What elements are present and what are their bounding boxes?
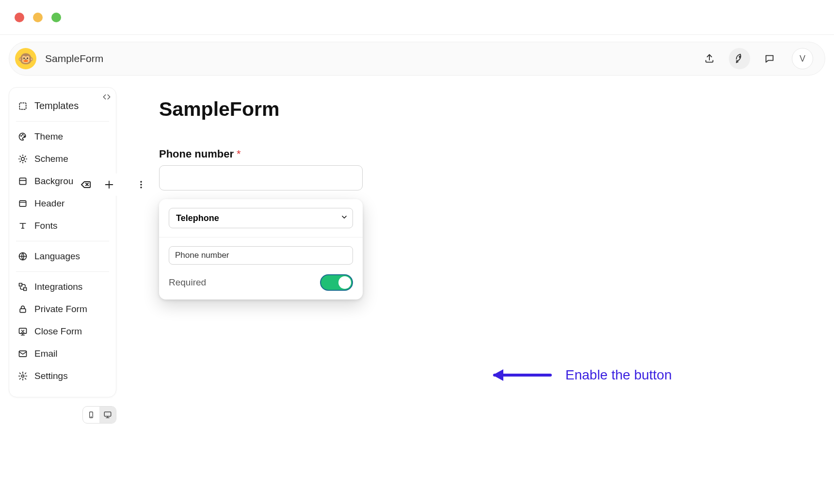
header-icon — [18, 199, 28, 208]
palette-icon — [18, 132, 28, 142]
device-mobile-button[interactable] — [83, 407, 99, 423]
divider — [16, 121, 109, 122]
field-settings-popover: Telephone Required — [159, 199, 363, 299]
svg-point-5 — [21, 158, 25, 161]
delete-field-button[interactable] — [78, 176, 94, 193]
svg-point-0 — [739, 56, 741, 58]
field-name-input[interactable] — [169, 246, 353, 265]
app-header: 🐵 SampleForm V — [9, 42, 825, 76]
field-type-select[interactable]: Telephone — [169, 208, 353, 228]
device-desktop-button[interactable] — [99, 407, 116, 423]
sidebar: Templates Theme Scheme Background Header — [9, 87, 116, 397]
sidebar-item-integrations[interactable]: Integrations — [9, 276, 116, 298]
sidebar-item-theme[interactable]: Theme — [9, 126, 116, 148]
sidebar-item-templates[interactable]: Templates — [9, 94, 116, 117]
sidebar-item-close-form[interactable]: Close Form — [9, 320, 116, 343]
toggle-knob — [338, 276, 351, 289]
sidebar-item-label: Settings — [34, 371, 68, 381]
code-toggle-button[interactable] — [102, 93, 111, 103]
annotation-text: Enable the button — [565, 367, 672, 383]
arrow-left-icon — [490, 368, 553, 382]
required-label: Required — [169, 277, 206, 288]
form-name-label[interactable]: SampleForm — [45, 53, 103, 64]
desktop-icon — [103, 410, 112, 419]
globe-icon — [18, 252, 28, 261]
templates-icon — [18, 101, 28, 111]
gear-icon — [18, 371, 28, 381]
window-titlebar — [0, 0, 834, 35]
svg-rect-10 — [24, 288, 27, 291]
svg-point-4 — [24, 136, 25, 137]
sidebar-item-label: Languages — [34, 251, 80, 262]
sidebar-item-scheme[interactable]: Scheme — [9, 148, 116, 170]
svg-rect-11 — [20, 309, 26, 313]
field-label-text: Phone number — [159, 148, 234, 160]
field-more-button[interactable] — [133, 176, 149, 193]
more-vertical-icon — [136, 180, 146, 189]
required-toggle[interactable] — [320, 274, 353, 291]
type-icon — [18, 221, 28, 231]
svg-rect-16 — [104, 412, 111, 416]
phone-number-input[interactable] — [159, 165, 363, 190]
code-icon — [102, 93, 111, 101]
publish-button[interactable] — [729, 48, 750, 69]
svg-rect-9 — [19, 284, 22, 286]
sidebar-item-label: Private Form — [34, 304, 87, 315]
svg-point-19 — [141, 184, 142, 186]
window-minimize-dot[interactable] — [33, 13, 43, 22]
sidebar-item-private-form[interactable]: Private Form — [9, 298, 116, 320]
sidebar-item-label: Integrations — [34, 282, 82, 292]
share-button[interactable] — [699, 48, 720, 69]
sidebar-item-label: Templates — [34, 100, 79, 111]
divider — [16, 271, 109, 272]
background-icon — [18, 176, 28, 186]
lock-icon — [18, 304, 28, 314]
comments-button[interactable] — [759, 48, 780, 69]
integrations-icon — [18, 282, 28, 292]
sidebar-item-fonts[interactable]: Fonts — [9, 215, 116, 237]
field-label: Phone number * — [159, 148, 825, 160]
window-maximize-dot[interactable] — [51, 13, 61, 22]
svg-point-3 — [22, 134, 23, 135]
svg-rect-7 — [19, 201, 26, 206]
sidebar-item-label: Header — [34, 198, 64, 209]
window-close-dot[interactable] — [15, 13, 24, 22]
sun-icon — [18, 154, 28, 164]
plus-icon — [104, 179, 114, 190]
mobile-icon — [87, 411, 95, 419]
upload-icon — [704, 53, 715, 64]
svg-point-2 — [21, 136, 22, 137]
sidebar-item-email[interactable]: Email — [9, 343, 116, 365]
page-title: SampleForm — [159, 98, 825, 121]
required-asterisk: * — [237, 148, 241, 160]
svg-rect-12 — [19, 328, 27, 333]
sidebar-item-label: Close Form — [34, 326, 82, 337]
svg-point-14 — [22, 375, 24, 378]
svg-point-20 — [141, 187, 142, 189]
sidebar-item-label: Theme — [34, 131, 63, 142]
avatar-button[interactable]: V — [792, 48, 813, 69]
app-logo: 🐵 — [15, 48, 36, 69]
svg-point-18 — [141, 181, 142, 183]
sidebar-item-label: Fonts — [34, 220, 58, 231]
svg-rect-6 — [19, 178, 26, 184]
field-floating-toolbar — [73, 173, 154, 196]
mail-icon — [18, 349, 28, 359]
sidebar-item-label: Email — [34, 348, 58, 359]
sidebar-item-label: Scheme — [34, 154, 68, 164]
svg-rect-1 — [19, 103, 26, 109]
divider — [16, 241, 109, 241]
sidebar-item-settings[interactable]: Settings — [9, 365, 116, 387]
main-editor: SampleForm Phone number * Telephone Requ… — [125, 87, 825, 299]
chat-icon — [764, 53, 775, 64]
backspace-icon — [80, 179, 92, 190]
close-form-icon — [18, 327, 28, 336]
rocket-icon — [734, 53, 745, 64]
divider — [159, 237, 363, 237]
sidebar-item-languages[interactable]: Languages — [9, 245, 116, 268]
add-field-button[interactable] — [101, 176, 117, 193]
device-switch — [82, 406, 116, 424]
annotation: Enable the button — [490, 367, 672, 383]
